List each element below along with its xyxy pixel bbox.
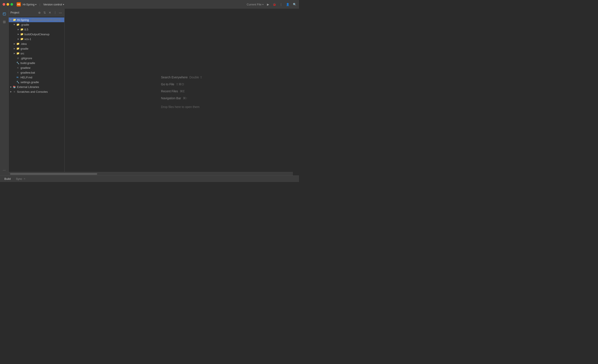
folder-icon-gradle: 📁 [16, 23, 20, 26]
tree-label-gradle: .gradle [20, 23, 29, 26]
folder-icon-src: 📁 [16, 52, 20, 55]
tree-label-build-output: buildOutputCleanup [25, 33, 50, 36]
folder-icon-hi-spring: 📁 [13, 18, 16, 22]
tree-item-external-libraries[interactable]: ▶ 📚 External Libraries [9, 84, 64, 89]
folder-icon-idea: 📁 [16, 42, 20, 46]
file-icon-gitignore: ⊘ [16, 57, 20, 60]
folder-icon-gradle2: 📁 [16, 47, 20, 50]
svg-rect-1 [3, 13, 5, 14]
tree-item-settings-gradle[interactable]: ▶ 🔧 settings.gradle [9, 80, 64, 84]
traffic-lights [3, 3, 13, 6]
expand-arrow-idea: ▶ [13, 42, 16, 46]
bottom-tabs-bar: Build Sync ✕ [0, 176, 299, 182]
hint-recent-shortcut: ⌘E [180, 89, 185, 93]
tree-item-idea[interactable]: ▶ 📁 .idea [9, 41, 64, 46]
bookmarks-tool-button[interactable]: ⊞ [1, 18, 8, 25]
version-control-chevron: ▾ [63, 3, 64, 6]
hint-nav-label: Navigation Bar [161, 97, 181, 100]
tree-item-build-gradle[interactable]: ▶ 🔧 build.gradle [9, 61, 64, 65]
tab-sync-close[interactable]: ✕ [24, 178, 25, 180]
tree-label-gradle2: gradle [20, 47, 28, 50]
expand-arrow-ext-libs: ▶ [9, 85, 13, 89]
file-icon-gradlew-bat: ≡ [16, 71, 20, 74]
locate-file-button[interactable]: ⊕ [37, 10, 42, 15]
expand-arrow-src: ▶ [13, 52, 16, 55]
tree-label-help-md: HELP.md [20, 76, 32, 79]
tree-label-scratches: Scratches and Consoles [17, 90, 48, 93]
hint-nav-shortcut: ⌘↑ [183, 97, 187, 100]
hint-recent-label: Recent Files [161, 89, 178, 93]
tab-build[interactable]: Build [2, 176, 13, 182]
expand-arrow-build-output: ▶ [17, 32, 20, 36]
more-tool-button[interactable]: ··· [1, 167, 8, 174]
titlebar-separator: | [40, 3, 40, 6]
tree-label-hi-spring: Hi-Spring [17, 18, 29, 22]
current-file-menu[interactable]: Current File ▾ [247, 3, 264, 6]
folder-icon-vcs-1: 📁 [20, 37, 24, 41]
version-control-menu[interactable]: Version control ▾ [43, 3, 64, 6]
hint-go-to-file: Go to File ⇧⌘O [161, 82, 184, 86]
expand-arrow-gradle: ▶ [13, 23, 16, 26]
folder-icon-8-5: 📁 [20, 28, 24, 31]
minimize-sidebar-button[interactable]: — [58, 10, 63, 15]
search-everywhere-button[interactable]: 🔍 [293, 3, 296, 6]
project-sidebar: Project ⊕ ⇅ ✕ ⋮ — ▶ 📁 Hi-Spring ~/Deskto… [9, 9, 65, 176]
file-icon-build-gradle: 🔧 [16, 61, 20, 65]
tree-label-vcs-1: vcs-1 [25, 37, 31, 41]
file-icon-help-md: M↓ [16, 76, 20, 79]
account-button[interactable]: 👤 [286, 3, 289, 6]
tree-item-gitignore[interactable]: ▶ ⊘ .gitignore [9, 56, 64, 61]
tree-label-ext-libs: External Libraries [17, 85, 39, 89]
tree-label-src: src [20, 52, 24, 55]
titlebar: HS Hi-Spring ▾ | Version control ▾ Curre… [0, 0, 299, 9]
tree-item-8-5[interactable]: ▶ 📁 8.5 [9, 27, 64, 32]
project-tool-button[interactable] [1, 10, 8, 17]
debug-button[interactable]: 🐞 [273, 3, 276, 6]
hint-recent-files: Recent Files ⌘E [161, 89, 185, 93]
tree-label-build-gradle: build.gradle [20, 61, 35, 65]
editor-area: Search Everywhere Double ⇧ Go to File ⇧⌘… [65, 9, 299, 176]
tree-label-8-5: 8.5 [25, 28, 28, 31]
minimize-button[interactable] [7, 3, 9, 6]
icon-ext-libs: 📚 [13, 85, 16, 89]
expand-arrow-vcs-1: ▶ [17, 37, 20, 41]
current-file-chevron: ▾ [262, 3, 264, 6]
tree-item-vcs-1[interactable]: ▶ 📁 vcs-1 [9, 37, 64, 41]
hint-goto-label: Go to File [161, 82, 174, 86]
tree-item-help-md[interactable]: ▶ M↓ HELP.md [9, 75, 64, 80]
app-name-chevron: ▾ [35, 3, 36, 6]
tree-label-gradlew-bat: gradlew.bat [20, 71, 35, 74]
expand-arrow-scratches: ▶ [9, 90, 13, 93]
tree-label-gradlew: gradlew [20, 66, 31, 69]
more-actions-button[interactable]: ⋮ [280, 3, 282, 6]
close-sidebar-button[interactable]: ✕ [48, 10, 52, 15]
tree-label-gitignore: .gitignore [20, 57, 32, 60]
tab-build-label: Build [4, 177, 11, 180]
expand-arrow-gradle2: ▶ [13, 47, 16, 50]
project-tree: ▶ 📁 Hi-Spring ~/Desktop/study/Hi-Spring … [9, 16, 64, 176]
tab-sync[interactable]: Sync ✕ [13, 176, 28, 182]
current-file-label: Current File [247, 3, 262, 6]
tree-item-gradlew-bat[interactable]: ▶ ≡ gradlew.bat [9, 70, 64, 75]
tree-item-gradle2[interactable]: ▶ 📁 gradle [9, 46, 64, 51]
tree-item-src[interactable]: ▶ 📁 src [9, 51, 64, 56]
app-name-menu[interactable]: Hi-Spring ▾ [23, 3, 36, 6]
folder-icon-build-output: 📁 [20, 32, 24, 36]
app-name-label: Hi-Spring [23, 3, 34, 6]
fullscreen-button[interactable] [10, 3, 13, 6]
main-layout: ⊞ ··· Project ⊕ ⇅ ✕ ⋮ — ▶ 📁 Hi-Spring ~/… [0, 9, 299, 176]
titlebar-right: Current File ▾ ▶ 🐞 ⋮ 👤 🔍 [247, 3, 296, 6]
tree-item-gradlew[interactable]: ▶ ≡ gradlew [9, 65, 64, 70]
close-button[interactable] [3, 3, 5, 6]
tree-item-build-output-cleanup[interactable]: ▶ 📁 buildOutputCleanup [9, 32, 64, 37]
tree-item-scratches[interactable]: ▶ ≡ Scratches and Consoles [9, 89, 64, 94]
run-button[interactable]: ▶ [267, 3, 269, 6]
tree-item-gradle[interactable]: ▶ 📁 .gradle [9, 22, 64, 27]
app-icon: HS [17, 2, 21, 7]
hint-search-everywhere: Search Everywhere Double ⇧ [161, 76, 202, 79]
file-icon-settings-gradle: 🔧 [16, 80, 20, 84]
options-button[interactable]: ⋮ [53, 10, 57, 15]
tree-item-hi-spring[interactable]: ▶ 📁 Hi-Spring ~/Desktop/study/Hi-Spring [9, 17, 64, 22]
hint-search-label: Search Everywhere [161, 76, 188, 79]
expand-collapse-button[interactable]: ⇅ [42, 10, 47, 15]
